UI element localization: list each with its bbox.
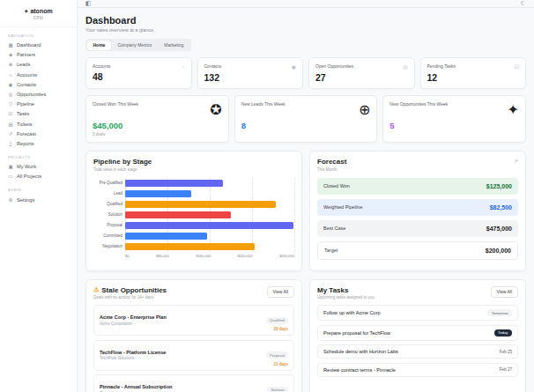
- task-list-item[interactable]: Schedule demo with Horizon Labs Feb 25: [317, 344, 518, 359]
- tasks-view-all-button[interactable]: View All: [491, 286, 518, 298]
- sidebar-item-icon: ◎: [8, 92, 13, 97]
- stage-badge: Qualified: [266, 317, 288, 324]
- tab[interactable]: Marketing: [158, 41, 189, 50]
- chart-track: [125, 189, 294, 199]
- forecast-title: Forecast: [317, 158, 346, 166]
- sidebar-item[interactable]: ⊕ Leads: [0, 60, 77, 70]
- sidebar-item-label: Pipeline: [17, 101, 34, 107]
- task-due-badge: Tomorrow: [487, 309, 512, 316]
- logo-icon: ✦: [24, 8, 28, 14]
- opportunity-company: Acme Corporation: [100, 322, 167, 326]
- chart-bar: [125, 180, 223, 187]
- weekly-icon: ✦: [508, 101, 519, 118]
- chart-bar: [125, 243, 255, 250]
- forecast-row: Closed Won $125,000: [317, 178, 518, 195]
- chart-row: Pre-Qualified: [93, 178, 294, 189]
- chart-gridline: [252, 231, 253, 241]
- forecast-row: Weighted Pipeline $82,500: [317, 199, 518, 216]
- sidebar-section: Projects ▣ My Work ▭ All Projects: [0, 155, 77, 181]
- trend-up-icon: ↗: [514, 158, 518, 164]
- theme-toggle-icon[interactable]: ☾: [521, 0, 526, 7]
- x-tick-label: $80,000: [156, 254, 168, 258]
- task-list-item[interactable]: Prepare proposal for TechFlow Today: [317, 325, 518, 341]
- sidebar-item[interactable]: ▣ My Work: [0, 162, 77, 172]
- panel-toggle-icon[interactable]: ◧: [85, 0, 92, 7]
- weekly-sub: 3 deals: [93, 132, 222, 137]
- tab[interactable]: Home: [87, 41, 112, 50]
- stale-view-all-button[interactable]: View All: [267, 286, 294, 298]
- task-title: Review contract terms - Pinnacle: [323, 367, 396, 373]
- chart-gridline: [294, 231, 295, 241]
- sidebar-item[interactable]: ▤ Tickets: [0, 119, 77, 129]
- stat-cards-row: Accounts ⌂ 48 Contacts ◉ 132: [85, 57, 526, 89]
- stat-value: 12: [427, 72, 520, 83]
- task-title: Prepare proposal for TechFlow: [323, 330, 390, 336]
- task-due-badge: Feb 27: [500, 367, 512, 372]
- sidebar-item[interactable]: ◉ Contacts: [0, 79, 77, 89]
- sidebar-item[interactable]: ◈ Partners: [0, 50, 77, 60]
- stale-list-item[interactable]: Pinnacle - Annual Subscription Pinnacle …: [93, 374, 294, 392]
- chart-bar: [125, 233, 207, 240]
- chart-gridline: [294, 189, 295, 199]
- chart-row: Solution: [93, 210, 294, 220]
- forecast-panel: Forecast This Month ↗ Closed Won $125,00…: [309, 151, 526, 271]
- sidebar-item[interactable]: ▦ Dashboard: [0, 41, 77, 50]
- stale-list-item[interactable]: Acme Corp - Enterprise Plan Acme Corpora…: [93, 305, 294, 336]
- sidebar-item[interactable]: ◎ Opportunities: [0, 89, 77, 99]
- warning-icon: ⚠: [93, 286, 99, 293]
- content: Dashboard Your sales overview at a glanc…: [78, 8, 534, 392]
- sidebar-item[interactable]: ↗ Forecast: [0, 129, 77, 138]
- chart-category-label: Qualified: [93, 202, 125, 206]
- sidebar-item[interactable]: ▽ Pipeline: [0, 100, 77, 109]
- sidebar-item-label: Leads: [17, 62, 30, 67]
- sidebar-item-label: Dashboard: [17, 42, 41, 48]
- stage-badge: Solution: [267, 387, 288, 392]
- forecast-rows: Closed Won $125,000 Weighted Pipeline $8…: [317, 178, 518, 260]
- sidebar-item[interactable]: ⌂ Accounts: [0, 70, 77, 79]
- chart-gridline: [252, 189, 253, 199]
- sidebar-item[interactable]: ⚙ Settings: [0, 195, 77, 204]
- chart-row: Proposal: [93, 220, 294, 231]
- forecast-subtitle: This Month: [317, 167, 346, 172]
- app-window: ✦ atonom CRM Navigation ▦ Dashboard: [0, 0, 534, 392]
- task-list-item[interactable]: Review contract terms - Pinnacle Feb 27: [317, 363, 518, 377]
- stat-card: Contacts ◉ 132: [197, 57, 304, 89]
- sidebar-item[interactable]: ▯ Reports: [0, 138, 77, 148]
- my-tasks-panel: My Tasks Upcoming tasks assigned to you …: [309, 279, 526, 392]
- sidebar-item[interactable]: ▭ All Projects: [0, 172, 77, 181]
- chart-category-label: Committed: [93, 233, 125, 238]
- tab[interactable]: Company Metrics: [111, 41, 158, 50]
- sidebar-item-label: Accounts: [17, 72, 37, 78]
- sidebar-section: Admin ⚙ Settings: [0, 188, 77, 204]
- sidebar-item-icon: ▽: [8, 101, 13, 107]
- stat-icon: ◉: [292, 63, 296, 70]
- weekly-value: $45,000: [93, 121, 222, 130]
- stat-icon: ☑: [515, 63, 519, 70]
- chart-track: [125, 241, 294, 252]
- chart-gridline: [294, 210, 295, 220]
- weekly-cards-row: Closed Won This Week ✪ $45,000 3 deals N…: [85, 95, 526, 143]
- stale-list-item[interactable]: TechFlow - Platform License TechFlow Sol…: [93, 340, 294, 371]
- chart-track: [125, 231, 294, 241]
- chart-gridline: [210, 231, 211, 241]
- main-area: ◧ ☾ Dashboard Your sales overview at a g…: [78, 0, 534, 392]
- opportunity-title: TechFlow - Platform License: [100, 350, 166, 355]
- tasks-subtitle: Upcoming tasks assigned to you: [317, 295, 375, 300]
- chart-category-label: Negotiation: [93, 244, 125, 248]
- sidebar-item-label: Forecast: [17, 131, 36, 137]
- forecast-row-value: $475,000: [486, 226, 512, 232]
- forecast-row: Best Case $475,000: [317, 220, 518, 237]
- logo: ✦ atonom CRM: [0, 6, 77, 27]
- task-due-badge: Feb 25: [500, 350, 512, 354]
- weekly-card: New Opportunities This Week ✦ 5: [382, 95, 526, 143]
- task-title: Follow up with Acme Corp: [323, 310, 381, 315]
- page-title: Dashboard: [85, 15, 526, 26]
- chart-category-label: Pre-Qualified: [93, 181, 125, 185]
- sidebar-item[interactable]: ☑ Tasks: [0, 109, 77, 119]
- sidebar-item-label: Settings: [17, 197, 34, 203]
- stat-card: Accounts ⌂ 48: [85, 57, 192, 89]
- sidebar-item-label: Contacts: [17, 82, 36, 87]
- task-list-item[interactable]: Follow up with Acme Corp Tomorrow: [317, 305, 518, 321]
- bottom-panels: ⚠ Stale Opportunities Deals with no acti…: [85, 279, 526, 392]
- weekly-icon: ⊕: [359, 101, 370, 118]
